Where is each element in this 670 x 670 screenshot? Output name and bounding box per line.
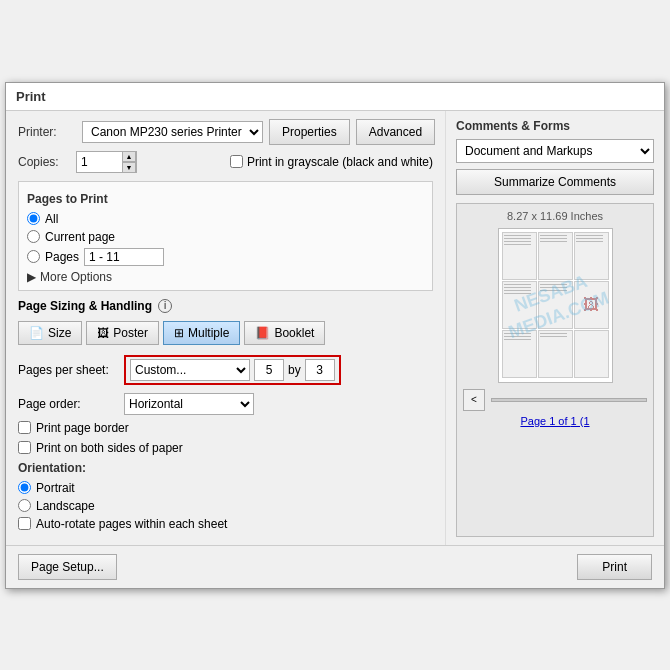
pps-label: Pages per sheet:	[18, 363, 118, 377]
auto-rotate-checkbox[interactable]	[18, 517, 31, 530]
portrait-radio-row: Portrait	[18, 481, 433, 495]
preview-page: 🖼 NESABAMEDIA.COM	[498, 228, 613, 383]
print-page-border-label: Print page border	[36, 421, 129, 435]
comments-forms-title: Comments & Forms	[456, 119, 654, 133]
print-both-sides-label: Print on both sides of paper	[36, 441, 183, 455]
tab-size[interactable]: 📄 Size	[18, 321, 82, 345]
tab-poster[interactable]: 🖼 Poster	[86, 321, 159, 345]
pages-per-sheet-row: Pages per sheet: Custom... by	[18, 355, 433, 385]
copies-spinners: ▲ ▼	[122, 151, 136, 173]
grayscale-checkbox[interactable]	[230, 155, 243, 168]
pages-to-print-title: Pages to Print	[27, 192, 424, 206]
pages-radio[interactable]	[27, 250, 40, 263]
pps-select[interactable]: Custom...	[130, 359, 250, 381]
preview-area: 8.27 x 11.69 Inches	[456, 203, 654, 537]
current-page-label: Current page	[45, 230, 115, 244]
orientation-section: Orientation: Portrait Landscape Auto-rot…	[18, 461, 433, 531]
pages-radio-row: Pages	[27, 248, 424, 266]
page-order-select[interactable]: Horizontal	[124, 393, 254, 415]
preview-cell-4	[502, 281, 537, 329]
printer-row: Printer: Canon MP230 series Printer Prop…	[18, 119, 433, 145]
all-radio[interactable]	[27, 212, 40, 225]
printer-select[interactable]: Canon MP230 series Printer	[82, 121, 263, 143]
size-tab-label: Size	[48, 326, 71, 340]
all-label: All	[45, 212, 58, 226]
landscape-radio-row: Landscape	[18, 499, 433, 513]
portrait-label: Portrait	[36, 481, 75, 495]
landscape-label: Landscape	[36, 499, 95, 513]
pages-label: Pages	[45, 250, 79, 264]
copies-input[interactable]	[77, 152, 122, 172]
page-sizing-title: Page Sizing & Handling	[18, 299, 152, 313]
comments-select[interactable]: Document and Markups	[456, 139, 654, 163]
summarize-button[interactable]: Summarize Comments	[456, 169, 654, 195]
copies-up-btn[interactable]: ▲	[122, 151, 136, 162]
booklet-tab-label: Booklet	[274, 326, 314, 340]
pages-to-print-section: Pages to Print All Current page Pages ▶ …	[18, 181, 433, 291]
landscape-radio[interactable]	[18, 499, 31, 512]
tab-booklet[interactable]: 📕 Booklet	[244, 321, 325, 345]
grayscale-label: Print in grayscale (black and white)	[247, 155, 433, 169]
more-options-label: More Options	[40, 270, 112, 284]
preview-cell-2	[538, 232, 573, 280]
page-setup-button[interactable]: Page Setup...	[18, 554, 117, 580]
page-sizing-section: Page Sizing & Handling i 📄 Size 🖼 Poster…	[18, 299, 433, 531]
printer-label: Printer:	[18, 125, 76, 139]
advanced-button[interactable]: Advanced	[356, 119, 435, 145]
page-count: Page 1 of 1 (1	[520, 415, 589, 427]
comments-forms-section: Comments & Forms Document and Markups Su…	[456, 119, 654, 195]
copies-label: Copies:	[18, 155, 76, 169]
grayscale-option: Print in grayscale (black and white)	[230, 155, 433, 169]
current-page-radio[interactable]	[27, 230, 40, 243]
preview-size-label: 8.27 x 11.69 Inches	[507, 210, 603, 222]
right-panel: Comments & Forms Document and Markups Su…	[446, 111, 664, 545]
pps-num2-input[interactable]	[305, 359, 335, 381]
pps-highlighted-controls: Custom... by	[124, 355, 341, 385]
more-options-row[interactable]: ▶ More Options	[27, 270, 424, 284]
left-panel: Printer: Canon MP230 series Printer Prop…	[6, 111, 446, 545]
page-slider[interactable]	[491, 398, 647, 402]
preview-cell-7	[502, 330, 537, 378]
booklet-tab-icon: 📕	[255, 326, 270, 340]
print-page-border-checkbox[interactable]	[18, 421, 31, 434]
copies-row: Copies: ▲ ▼ Print in grayscale (black an…	[18, 151, 433, 173]
copies-down-btn[interactable]: ▼	[122, 162, 136, 173]
copies-input-wrap: ▲ ▼	[76, 151, 137, 173]
page-sizing-header: Page Sizing & Handling i	[18, 299, 433, 313]
preview-nav: <	[463, 389, 647, 411]
chevron-right-icon: ▶	[27, 270, 36, 284]
print-button[interactable]: Print	[577, 554, 652, 580]
current-page-radio-row: Current page	[27, 230, 424, 244]
dialog-footer: Page Setup... Print	[6, 545, 664, 588]
properties-button[interactable]: Properties	[269, 119, 350, 145]
pages-range-input[interactable]	[84, 248, 164, 266]
print-both-sides-checkbox[interactable]	[18, 441, 31, 454]
info-icon[interactable]: i	[158, 299, 172, 313]
page-total-link[interactable]: 1 (1	[571, 415, 590, 427]
pps-num1-input[interactable]	[254, 359, 284, 381]
preview-cell-3	[574, 232, 609, 280]
preview-cell-5	[538, 281, 573, 329]
poster-tab-icon: 🖼	[97, 326, 109, 340]
prev-page-btn[interactable]: <	[463, 389, 485, 411]
print-dialog: Print Printer: Canon MP230 series Printe…	[5, 82, 665, 589]
by-label: by	[288, 363, 301, 377]
title-bar: Print	[6, 83, 664, 111]
multiple-tab-icon: ⊞	[174, 326, 184, 340]
auto-rotate-label: Auto-rotate pages within each sheet	[36, 517, 227, 531]
portrait-radio[interactable]	[18, 481, 31, 494]
preview-grid: 🖼	[499, 229, 612, 382]
tab-multiple[interactable]: ⊞ Multiple	[163, 321, 240, 345]
page-order-label: Page order:	[18, 397, 118, 411]
print-both-sides-row: Print on both sides of paper	[18, 441, 433, 455]
poster-tab-label: Poster	[113, 326, 148, 340]
print-page-border-row: Print page border	[18, 421, 433, 435]
dialog-title: Print	[16, 89, 46, 104]
orientation-title: Orientation:	[18, 461, 433, 475]
preview-cell-9	[574, 330, 609, 378]
preview-cell-8	[538, 330, 573, 378]
all-radio-row: All	[27, 212, 424, 226]
page-order-row: Page order: Horizontal	[18, 393, 433, 415]
handling-tabs: 📄 Size 🖼 Poster ⊞ Multiple 📕 Booklet	[18, 321, 433, 345]
preview-cell-1	[502, 232, 537, 280]
